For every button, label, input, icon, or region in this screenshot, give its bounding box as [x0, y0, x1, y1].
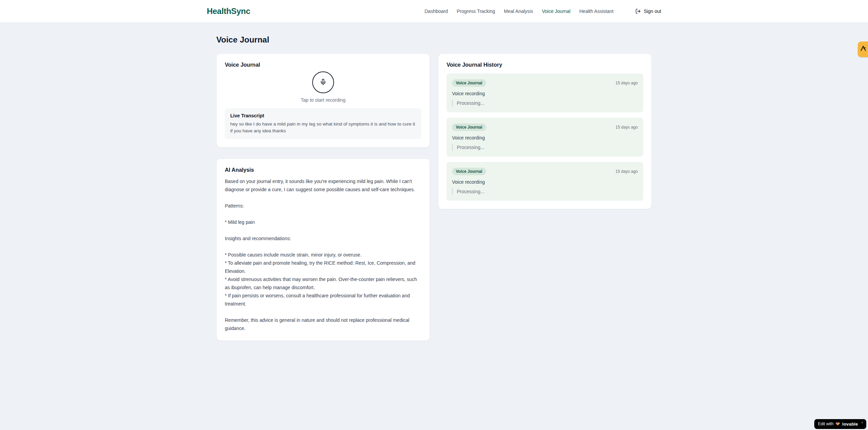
history-entry[interactable]: Voice Journal 15 days ago Voice recordin… [447, 118, 643, 156]
content-grid: Voice Journal Tap to start recording [216, 53, 652, 341]
entry-timestamp: 15 days ago [616, 81, 638, 85]
main-nav: Dashboard Progress Tracking Meal Analysi… [424, 9, 661, 14]
header-inner: HealthSync Dashboard Progress Tracking M… [207, 0, 661, 22]
live-transcript-text: hey so like I do have a mild pain in my … [230, 121, 416, 134]
entry-type-badge: Voice Journal [452, 123, 486, 131]
heart-icon [835, 421, 840, 427]
history-entry-header: Voice Journal 15 days ago [452, 79, 638, 87]
entry-type-badge: Voice Journal [452, 79, 486, 87]
log-out-icon [635, 9, 641, 14]
lovable-brand-label: lovable [842, 421, 858, 427]
history-entry-header: Voice Journal 15 days ago [452, 168, 638, 175]
record-button[interactable] [312, 71, 334, 93]
entry-processing-status: Processing... [452, 100, 638, 106]
live-transcript-title: Live Transcript [230, 113, 416, 118]
ai-analysis-card: AI Analysis Based on your journal entry,… [216, 159, 430, 341]
lovable-edit-badge[interactable]: Edit with lovable × [814, 419, 866, 429]
nav-item-health-assistant[interactable]: Health Assistant [579, 9, 613, 14]
widget-logo-icon [859, 45, 867, 54]
app-header: HealthSync Dashboard Progress Tracking M… [0, 0, 868, 23]
history-entry[interactable]: Voice Journal 15 days ago Voice recordin… [447, 162, 643, 201]
nav-item-progress-tracking[interactable]: Progress Tracking [457, 9, 495, 14]
right-column: Voice Journal History Voice Journal 15 d… [438, 53, 652, 209]
brand-logo[interactable]: HealthSync [207, 6, 250, 16]
history-entry[interactable]: Voice Journal 15 days ago Voice recordin… [447, 73, 643, 112]
entry-type-badge: Voice Journal [452, 168, 486, 175]
tap-to-record-hint: Tap to start recording [301, 97, 346, 103]
sign-out-label: Sign out [644, 9, 661, 14]
mic-area: Tap to start recording [225, 71, 421, 103]
microphone-icon [320, 79, 327, 86]
lovable-prefix-label: Edit with [818, 421, 833, 426]
nav-item-voice-journal[interactable]: Voice Journal [542, 9, 570, 14]
main-content: Voice Journal Voice Journal [216, 23, 652, 341]
entry-label: Voice recording [452, 91, 638, 96]
live-transcript-box: Live Transcript hey so like I do have a … [225, 108, 421, 139]
ai-analysis-body: Based on your journal entry, it sounds l… [225, 177, 421, 332]
history-entry-header: Voice Journal 15 days ago [452, 123, 638, 131]
entry-label: Voice recording [452, 179, 638, 185]
lovable-close-icon[interactable]: × [861, 421, 863, 424]
entry-processing-status: Processing... [452, 188, 638, 195]
nav-item-dashboard[interactable]: Dashboard [424, 9, 448, 14]
entry-timestamp: 15 days ago [616, 125, 638, 130]
nav-item-meal-analysis[interactable]: Meal Analysis [504, 9, 533, 14]
entry-label: Voice recording [452, 135, 638, 140]
voice-journal-card-title: Voice Journal [225, 62, 421, 68]
side-widget-button[interactable] [858, 42, 868, 57]
sign-out-button[interactable]: Sign out [635, 9, 661, 14]
entry-processing-status: Processing... [452, 144, 638, 151]
page-title: Voice Journal [216, 35, 652, 45]
voice-journal-card: Voice Journal Tap to start recording [216, 53, 430, 148]
left-column: Voice Journal Tap to start recording [216, 53, 430, 341]
voice-journal-history-card: Voice Journal History Voice Journal 15 d… [438, 53, 652, 209]
ai-analysis-title: AI Analysis [225, 167, 421, 173]
history-card-title: Voice Journal History [447, 62, 643, 68]
entry-timestamp: 15 days ago [616, 169, 638, 174]
